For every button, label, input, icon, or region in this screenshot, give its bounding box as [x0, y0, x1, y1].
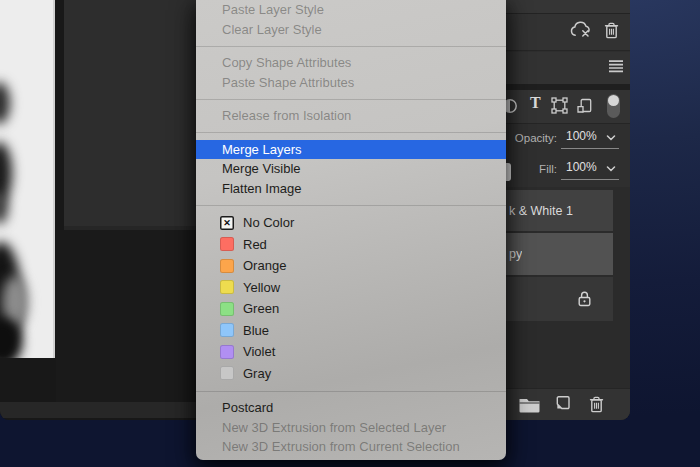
- layers-list: k & White 1 py: [506, 187, 630, 388]
- panel-top-band: [506, 0, 630, 14]
- menu-item-label: Merge Visible: [222, 161, 301, 176]
- type-filter-icon[interactable]: T: [530, 95, 541, 111]
- opacity-value: 100%: [566, 129, 597, 143]
- menu-item-label: Release from Isolation: [222, 108, 351, 123]
- menu-item-release-from-isolation: Release from Isolation: [196, 106, 506, 126]
- layers-panel-footer: [506, 388, 630, 420]
- menu-item-merge-visible[interactable]: Merge Visible: [196, 159, 506, 179]
- new-group-folder-icon[interactable]: [518, 397, 541, 417]
- menu-item-new-3d-extrusion-from-current-selection: New 3D Extrusion from Current Selection: [196, 437, 506, 457]
- no-color-swatch: ✕: [220, 216, 234, 230]
- menu-item-label: Gray: [243, 366, 271, 381]
- menu-item-clear-layer-style: Clear Layer Style: [196, 20, 506, 40]
- menu-item-label: No Color: [243, 215, 294, 230]
- chevron-down-icon: [606, 158, 616, 176]
- gray-color-swatch: [220, 366, 234, 380]
- menu-item-gray[interactable]: Gray: [196, 363, 506, 385]
- menu-item-label: New 3D Extrusion from Current Selection: [222, 439, 460, 454]
- opacity-label: Opacity:: [506, 132, 557, 144]
- menu-item-postcard[interactable]: Postcard: [196, 398, 506, 418]
- menu-separator: [196, 384, 506, 398]
- menu-item-label: Violet: [243, 344, 275, 359]
- menu-item-green[interactable]: Green: [196, 298, 506, 320]
- menu-item-label: Clear Layer Style: [222, 22, 322, 37]
- menu-item-label: Merge Layers: [222, 142, 301, 157]
- menu-item-merge-layers[interactable]: Merge Layers: [196, 140, 506, 160]
- smart-object-filter-icon[interactable]: [576, 98, 593, 118]
- red-color-swatch: [220, 237, 234, 251]
- panel-header-bar: [506, 14, 630, 51]
- menu-item-label: Red: [243, 237, 267, 252]
- fill-label: Fill:: [506, 163, 557, 175]
- menu-item-label: New 3D Extrusion from Selected Layer: [222, 420, 446, 435]
- menu-separator: [196, 92, 506, 106]
- layers-panel-header: [506, 52, 630, 84]
- menu-item-blue[interactable]: Blue: [196, 320, 506, 342]
- menu-item-new-3d-extrusion-from-selected-layer: New 3D Extrusion from Selected Layer: [196, 418, 506, 438]
- photo-detail: [0, 82, 10, 124]
- menu-item-orange[interactable]: Orange: [196, 255, 506, 277]
- layers-panel: T: [506, 0, 630, 420]
- menu-item-paste-layer-style: Paste Layer Style: [196, 0, 506, 20]
- document-photo: [0, 0, 55, 358]
- chevron-down-icon: [606, 127, 616, 145]
- filter-toggle-switch[interactable]: [607, 94, 620, 118]
- menu-item-paste-shape-attributes: Paste Shape Attributes: [196, 73, 506, 93]
- layer-name: k & White 1: [506, 204, 573, 218]
- violet-color-swatch: [220, 345, 234, 359]
- menu-item-copy-shape-attributes: Copy Shape Attributes: [196, 53, 506, 73]
- green-color-swatch: [220, 302, 234, 316]
- orange-color-swatch: [220, 259, 234, 273]
- cloud-sync-off-icon[interactable]: [569, 21, 593, 43]
- menu-item-label: Flatten Image: [222, 181, 302, 196]
- opacity-dropdown[interactable]: 100%: [561, 127, 619, 149]
- layer-name: py: [506, 247, 522, 261]
- menu-item-label: Copy Shape Attributes: [222, 55, 351, 70]
- layer-row-copy[interactable]: py: [506, 233, 613, 275]
- delete-layer-trash-icon[interactable]: [589, 396, 604, 417]
- menu-separator: [196, 198, 506, 212]
- layer-row-black-and-white-1[interactable]: k & White 1: [506, 190, 613, 231]
- menu-item-label: Yellow: [243, 280, 280, 295]
- layer-row-background[interactable]: [506, 277, 613, 321]
- layer-properties: Opacity: 100% Fill: 100%: [506, 124, 630, 187]
- fill-dropdown[interactable]: 100%: [561, 158, 619, 180]
- panel-menu-icon[interactable]: [609, 59, 623, 77]
- menu-item-label: Green: [243, 301, 279, 316]
- menu-item-yellow[interactable]: Yellow: [196, 277, 506, 299]
- menu-item-label: Paste Shape Attributes: [222, 75, 354, 90]
- menu-item-no-color[interactable]: ✕No Color: [196, 212, 506, 234]
- menu-item-label: Orange: [243, 258, 286, 273]
- lock-icon: [577, 290, 592, 312]
- menu-separator: [196, 126, 506, 140]
- yellow-color-swatch: [220, 280, 234, 294]
- menu-item-label: Paste Layer Style: [222, 2, 324, 17]
- menu-separator: [196, 39, 506, 53]
- shape-filter-icon[interactable]: [551, 97, 568, 118]
- desktop-background: T: [0, 0, 700, 467]
- menu-item-violet[interactable]: Violet: [196, 341, 506, 363]
- menu-item-red[interactable]: Red: [196, 234, 506, 256]
- menu-item-flatten-image[interactable]: Flatten Image: [196, 179, 506, 199]
- layer-context-menu: Paste Layer StyleClear Layer StyleCopy S…: [196, 0, 506, 460]
- layer-filter-bar: T: [506, 90, 630, 124]
- fill-value: 100%: [566, 160, 597, 174]
- new-layer-icon[interactable]: [553, 395, 571, 416]
- delete-trash-icon[interactable]: [604, 22, 619, 43]
- menu-item-label: Postcard: [222, 400, 273, 415]
- blue-color-swatch: [220, 323, 234, 337]
- menu-item-label: Blue: [243, 323, 269, 338]
